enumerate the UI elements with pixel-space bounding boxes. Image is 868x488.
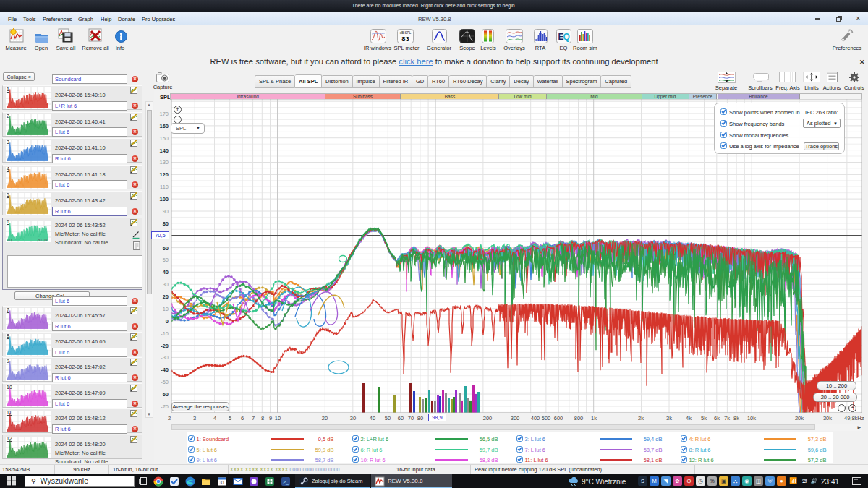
svg-text:20.0k: 20.0k <box>37 238 48 242</box>
svg-text:20: 20 <box>7 238 12 242</box>
svg-text:31: 31 <box>219 480 225 485</box>
svg-text:83: 83 <box>401 35 409 43</box>
svg-text:Q: Q <box>563 32 570 42</box>
svg-text:>_: >_ <box>283 479 289 485</box>
